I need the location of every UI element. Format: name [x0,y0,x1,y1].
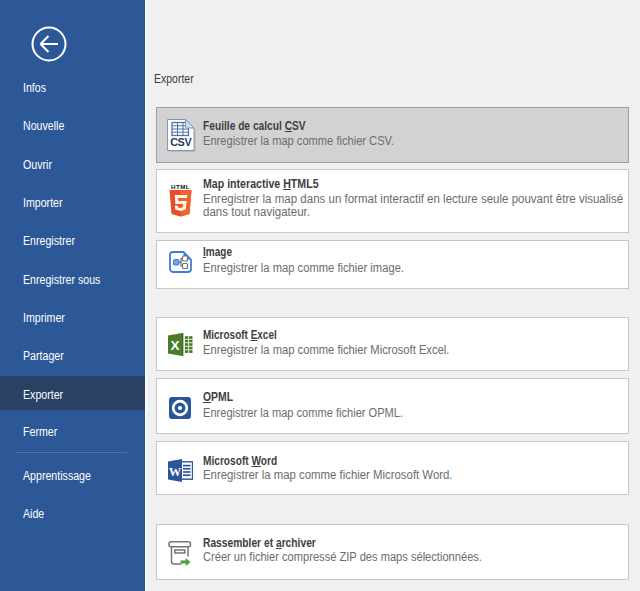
svg-text:CSV: CSV [170,136,192,148]
svg-text:HTML: HTML [171,183,190,190]
svg-text:X: X [170,338,179,353]
svg-text:W: W [168,464,181,478]
